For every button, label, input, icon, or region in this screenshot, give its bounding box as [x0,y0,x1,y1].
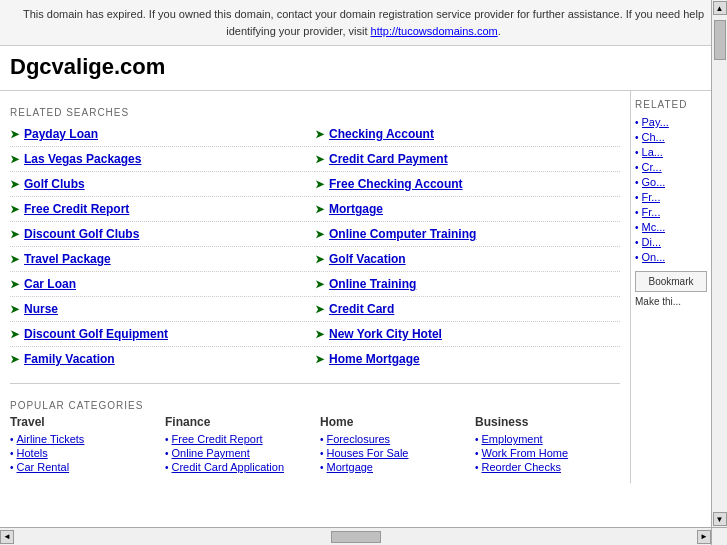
search-link[interactable]: Travel Package [24,252,111,266]
search-link[interactable]: Las Vegas Packages [24,152,141,166]
arrow-icon: ➤ [315,203,324,216]
search-link[interactable]: Free Checking Account [329,177,463,191]
popular-item: •Free Credit Report [165,433,310,445]
arrow-icon: ➤ [315,353,324,366]
sidebar-link-item: •Pay... [635,116,707,128]
popular-link[interactable]: Hotels [17,447,48,459]
search-link[interactable]: Free Credit Report [24,202,129,216]
search-link[interactable]: Discount Golf Equipment [24,327,168,341]
right-search-item: ➤Online Training [315,272,620,297]
popular-col-title: Travel [10,415,155,429]
bullet-icon: • [10,434,14,445]
popular-categories-header: POPULAR CATEGORIES [10,392,620,415]
sidebar-link[interactable]: Go... [642,176,666,188]
search-link[interactable]: New York City Hotel [329,327,442,341]
sidebar-bullet: • [635,147,639,158]
sidebar-link[interactable]: Di... [642,236,662,248]
bullet-icon: • [475,462,479,473]
popular-categories-section: POPULAR CATEGORIES Travel•Airline Ticket… [10,383,620,475]
sidebar-link[interactable]: Cr... [642,161,662,173]
sidebar-link-item: •Ch... [635,131,707,143]
arrow-icon: ➤ [10,128,19,141]
bookmark-button[interactable]: Bookmark [635,271,707,292]
right-search-item: ➤Online Computer Training [315,222,620,247]
popular-col-title: Home [320,415,465,429]
sidebar-link-item: •Fr... [635,191,707,203]
right-search-col: ➤Checking Account➤Credit Card Payment➤Fr… [315,122,620,371]
popular-link[interactable]: Credit Card Application [172,461,285,473]
popular-link[interactable]: Work From Home [482,447,569,459]
sidebar-link-item: •Di... [635,236,707,248]
popular-item: •Work From Home [475,447,620,459]
search-link[interactable]: Credit Card [329,302,394,316]
popular-link[interactable]: Employment [482,433,543,445]
popular-link[interactable]: Reorder Checks [482,461,561,473]
scroll-thumb[interactable] [714,20,726,60]
left-search-item: ➤Golf Clubs [10,172,315,197]
sidebar-link[interactable]: Mc... [642,221,666,233]
arrow-icon: ➤ [315,253,324,266]
search-links-container: ➤Payday Loan➤Las Vegas Packages➤Golf Clu… [10,122,620,371]
search-link[interactable]: Family Vacation [24,352,115,366]
search-link[interactable]: Online Computer Training [329,227,476,241]
search-link[interactable]: Car Loan [24,277,76,291]
sidebar-bullet: • [635,132,639,143]
sidebar-link-item: •On... [635,251,707,263]
popular-link[interactable]: Airline Tickets [17,433,85,445]
sidebar-link[interactable]: Ch... [642,131,665,143]
search-link[interactable]: Online Training [329,277,416,291]
make-label: Make thi... [635,296,707,307]
sidebar-link[interactable]: Fr... [642,191,661,203]
bullet-icon: • [475,448,479,459]
vertical-scrollbar[interactable]: ▲ ▼ [711,0,727,483]
sidebar-bullet: • [635,237,639,248]
left-search-item: ➤Car Loan [10,272,315,297]
sidebar-link-item: •Go... [635,176,707,188]
popular-link[interactable]: Online Payment [172,447,250,459]
sidebar-link[interactable]: On... [642,251,666,263]
search-link[interactable]: Home Mortgage [329,352,420,366]
search-link[interactable]: Checking Account [329,127,434,141]
sidebar-link[interactable]: Fr... [642,206,661,218]
popular-col-title: Business [475,415,620,429]
bullet-icon: • [165,434,169,445]
search-link[interactable]: Payday Loan [24,127,98,141]
sidebar-links-container: •Pay...•Ch...•La...•Cr...•Go...•Fr...•Fr… [635,116,707,263]
left-search-item: ➤Payday Loan [10,122,315,147]
popular-item: •Hotels [10,447,155,459]
expired-domain-banner: This domain has expired. If you owned th… [0,0,727,46]
site-title: Dgcvalige.com [0,46,727,91]
search-link[interactable]: Golf Vacation [329,252,406,266]
sidebar-link-item: •Cr... [635,161,707,173]
sidebar-link[interactable]: La... [642,146,663,158]
right-search-item: ➤Free Checking Account [315,172,620,197]
search-link[interactable]: Credit Card Payment [329,152,448,166]
banner-link[interactable]: http://tucowsdomains.com [371,25,498,37]
bullet-icon: • [165,462,169,473]
left-search-item: ➤Free Credit Report [10,197,315,222]
arrow-icon: ➤ [315,328,324,341]
search-link[interactable]: Nurse [24,302,58,316]
bullet-icon: • [10,448,14,459]
popular-cols-container: Travel•Airline Tickets•Hotels•Car Rental… [10,415,620,475]
arrow-icon: ➤ [10,228,19,241]
sidebar-link[interactable]: Pay... [642,116,669,128]
main-content: RELATED SEARCHES ➤Payday Loan➤Las Vegas … [0,91,631,483]
banner-text: This domain has expired. If you owned th… [23,8,704,37]
search-link[interactable]: Mortgage [329,202,383,216]
arrow-icon: ➤ [315,153,324,166]
sidebar-bullet: • [635,207,639,218]
popular-link[interactable]: Mortgage [327,461,373,473]
popular-col: Travel•Airline Tickets•Hotels•Car Rental [10,415,155,475]
search-link[interactable]: Discount Golf Clubs [24,227,139,241]
left-search-item: ➤Nurse [10,297,315,322]
popular-link[interactable]: Free Credit Report [172,433,263,445]
popular-link[interactable]: Car Rental [17,461,70,473]
left-search-item: ➤Las Vegas Packages [10,147,315,172]
scroll-up-arrow[interactable]: ▲ [713,1,727,15]
popular-link[interactable]: Houses For Sale [327,447,409,459]
search-link[interactable]: Golf Clubs [24,177,85,191]
bullet-icon: • [165,448,169,459]
related-searches-header: RELATED SEARCHES [10,99,620,122]
popular-link[interactable]: Foreclosures [327,433,391,445]
